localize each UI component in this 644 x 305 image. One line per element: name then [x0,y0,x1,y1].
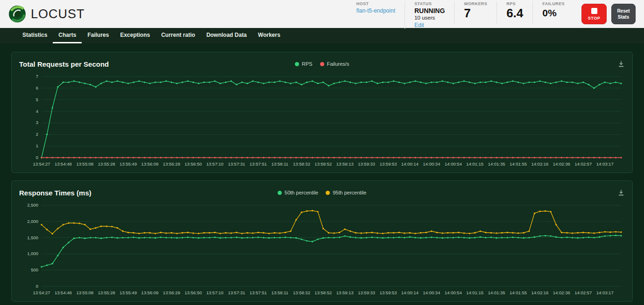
svg-text:13:56:50: 13:56:50 [185,161,202,166]
status-label: STATUS [414,1,445,6]
svg-text:14:00:54: 14:00:54 [445,290,462,295]
svg-text:14:02:57: 14:02:57 [574,290,592,295]
header-stats: HOST flan-t5-endpoint STATUS RUNNING 10 … [347,0,574,29]
svg-text:14:00:14: 14:00:14 [401,161,419,166]
svg-text:13:55:08: 13:55:08 [76,290,93,295]
svg-text:1,500: 1,500 [27,235,38,240]
svg-text:14:01:15: 14:01:15 [466,161,483,166]
nav-tabs: StatisticsChartsFailuresExceptionsCurren… [0,28,644,43]
svg-text:13:57:31: 13:57:31 [228,290,245,295]
svg-text:2: 2 [36,132,38,137]
svg-text:14:00:14: 14:00:14 [401,290,419,295]
status-value: RUNNING [414,7,445,14]
svg-text:13:55:49: 13:55:49 [119,161,137,166]
tab-workers[interactable]: Workers [252,28,286,43]
host-link[interactable]: flan-t5-endpoint [357,7,395,14]
chart-panel-requests: Total Requests per Second RPSFailures/s … [11,52,633,173]
svg-text:14:02:16: 14:02:16 [531,290,548,295]
failures-label: FAILURES [542,1,565,6]
brand[interactable]: LOCUST [8,5,85,23]
svg-text:13:59:33: 13:59:33 [358,290,375,295]
edit-users-link[interactable]: Edit [414,22,424,28]
status-users: 10 users [414,15,445,21]
svg-text:13:56:50: 13:56:50 [185,290,202,295]
svg-text:2,000: 2,000 [27,219,38,224]
svg-text:14:02:36: 14:02:36 [553,161,570,166]
svg-text:14:00:34: 14:00:34 [423,290,440,295]
stop-icon [591,8,597,14]
legend-label: 95th percentile [333,190,366,195]
download-icon [617,189,625,196]
svg-text:500: 500 [31,267,38,272]
legend-label: 50th percentile [285,190,318,195]
legend-label: RPS [302,61,313,67]
legend-item-50th-percentile[interactable]: 50th percentile [278,190,318,195]
svg-text:14:01:55: 14:01:55 [510,290,527,295]
tab-download-data[interactable]: Download Data [201,28,252,43]
svg-text:13:55:28: 13:55:28 [98,290,115,295]
svg-text:13:56:29: 13:56:29 [163,290,180,295]
chart-title-response-times: Response Times (ms) [19,189,91,197]
tab-current-ratio[interactable]: Current ratio [155,28,201,43]
tab-charts[interactable]: Charts [53,28,82,43]
chart-legend-response-times: 50th percentile95th percentile [278,190,366,195]
stat-host: HOST flan-t5-endpoint [347,1,405,24]
svg-text:13:54:27: 13:54:27 [33,290,50,295]
chart-legend-requests: RPSFailures/s [295,61,349,67]
svg-text:13:57:51: 13:57:51 [250,161,267,166]
svg-text:13:58:32: 13:58:32 [293,161,310,166]
legend-item-95th-percentile[interactable]: 95th percentile [326,190,366,195]
workers-value: 7 [464,7,487,20]
svg-text:13:59:13: 13:59:13 [336,290,354,295]
response-times-chart-canvas[interactable]: 05001,0001,5002,0002,50013:54:2713:54:48… [19,201,626,298]
stat-status: STATUS RUNNING 10 users Edit [405,1,454,29]
charts-page: Total Requests per Second RPSFailures/s … [0,43,644,302]
tab-statistics[interactable]: Statistics [17,28,53,43]
svg-text:1,000: 1,000 [27,251,38,256]
svg-text:13:59:33: 13:59:33 [358,161,375,166]
download-chart-icon[interactable] [617,189,625,196]
download-icon [617,60,625,68]
header-actions: STOP Reset Stats [581,4,636,24]
app-title: LOCUST [31,7,85,21]
svg-text:13:56:09: 13:56:09 [141,290,159,295]
legend-label: Failures/s [327,61,349,67]
svg-text:1: 1 [36,143,38,148]
legend-dot [326,191,330,195]
stop-label: STOP [588,16,600,21]
svg-text:14:01:35: 14:01:35 [488,161,505,166]
svg-text:5: 5 [36,97,38,102]
locust-logo [8,5,26,23]
tab-failures[interactable]: Failures [82,28,114,43]
svg-text:13:58:32: 13:58:32 [293,290,310,295]
svg-text:13:58:11: 13:58:11 [272,290,288,295]
reset-stats-button[interactable]: Reset Stats [611,4,636,24]
tab-exceptions[interactable]: Exceptions [114,28,155,43]
download-chart-icon[interactable] [617,60,625,68]
svg-text:14:01:55: 14:01:55 [510,161,527,166]
svg-text:14:02:57: 14:02:57 [574,161,592,166]
svg-text:13:54:48: 13:54:48 [55,290,72,295]
legend-dot [278,191,282,195]
stop-button[interactable]: STOP [581,4,607,24]
chart-panel-response-times: Response Times (ms) 50th percentile95th … [11,180,633,302]
svg-text:2,500: 2,500 [27,202,38,208]
svg-text:6: 6 [36,85,38,90]
legend-dot [320,62,324,66]
svg-text:0: 0 [36,155,38,160]
svg-text:14:02:16: 14:02:16 [531,161,548,166]
svg-text:13:54:27: 13:54:27 [33,161,50,166]
failures-value: 0% [542,8,565,18]
svg-text:13:57:31: 13:57:31 [228,161,245,166]
svg-text:13:55:28: 13:55:28 [98,161,115,166]
svg-text:13:56:29: 13:56:29 [163,161,180,166]
rps-chart-canvas[interactable]: 0123456713:54:2713:54:4813:55:0813:55:28… [19,72,626,169]
svg-text:13:55:08: 13:55:08 [76,161,93,166]
legend-item-rps[interactable]: RPS [295,61,313,67]
svg-text:13:59:53: 13:59:53 [379,161,397,166]
legend-item-failures-s[interactable]: Failures/s [320,61,349,67]
svg-text:7: 7 [36,74,38,79]
reset-stats-label: Reset Stats [617,8,630,20]
svg-text:14:01:15: 14:01:15 [466,290,483,295]
svg-text:13:58:11: 13:58:11 [272,161,288,166]
